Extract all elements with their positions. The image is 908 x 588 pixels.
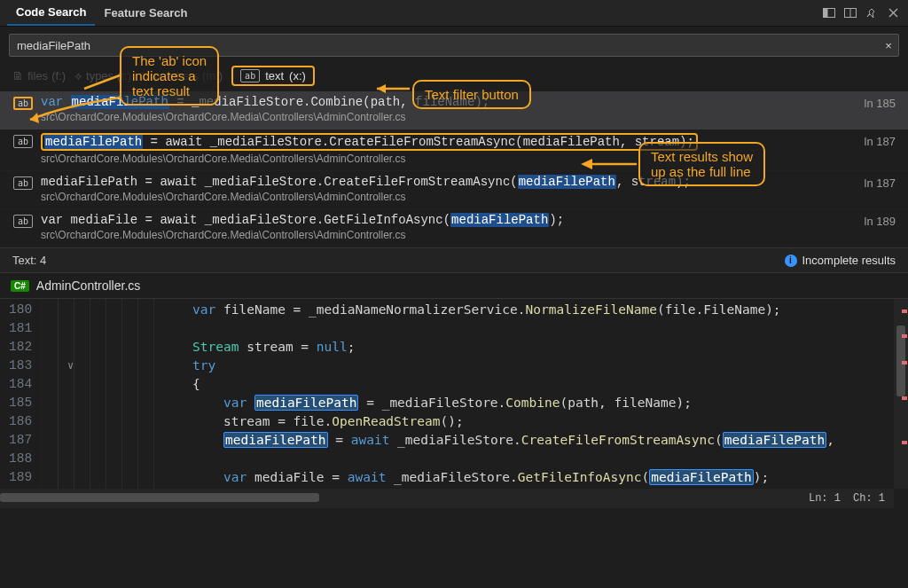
result-line: ln 189 (842, 213, 896, 228)
incomplete-results[interactable]: i Incomplete results (785, 254, 896, 267)
ab-icon: ab (13, 176, 33, 190)
filter-files-shortcut: (f:) (51, 69, 66, 82)
horizontal-scrollbar[interactable]: Ln: 1 Ch: 1 (0, 489, 894, 508)
text-count: Text: 4 (12, 254, 46, 267)
line-gutter: 180181182183184185186187188189190 (0, 299, 42, 508)
ab-icon: ab (240, 69, 260, 82)
ab-icon: ab (13, 97, 33, 110)
filter-text-shortcut: (x:) (289, 69, 306, 82)
editor-header: C# AdminController.cs (0, 273, 908, 299)
ab-icon: ab (13, 135, 33, 148)
status-line: Ln: 1 (809, 490, 841, 508)
type-icon: ⟡ (74, 69, 82, 83)
info-icon: i (785, 255, 797, 267)
result-path: src\OrchardCore.Modules\OrchardCore.Medi… (41, 111, 835, 123)
search-tabs: Code Search Feature Search (0, 0, 908, 27)
tab-feature-search[interactable]: Feature Search (95, 1, 196, 25)
dock-left-icon[interactable] (821, 7, 837, 20)
result-path: src\OrchardCore.Modules\OrchardCore.Medi… (41, 191, 835, 203)
dock-split-icon[interactable] (842, 7, 858, 20)
tab-code-search[interactable]: Code Search (7, 0, 95, 26)
svg-rect-1 (824, 9, 828, 18)
search-result[interactable]: ab var mediaFile = await _mediaFileStore… (0, 209, 908, 247)
close-panel-icon[interactable] (885, 7, 901, 20)
result-path: src\OrchardCore.Modules\OrchardCore.Medi… (41, 229, 835, 241)
search-result[interactable]: ab mediaFilePath = await _mediaFileStore… (0, 171, 908, 209)
filter-files-label: files (27, 69, 48, 82)
result-line: ln 185 (842, 95, 896, 110)
file-icon: 🗎 (12, 69, 24, 82)
editor-code[interactable]: var fileName = _mediaNameNormalizerServi… (192, 299, 908, 508)
search-result[interactable]: ab mediaFilePath = await _mediaFileStore… (0, 129, 908, 171)
pin-icon[interactable] (864, 7, 880, 20)
vertical-scrollbar[interactable] (894, 299, 908, 489)
filter-text[interactable]: ab text (x:) (231, 66, 315, 86)
clear-search-icon[interactable]: × (879, 39, 898, 52)
annotation-text-filter: Text filter button (412, 80, 531, 109)
results-summary: Text: 4 i Incomplete results (0, 247, 908, 273)
fold-chevron-icon[interactable]: ∨ (67, 357, 74, 376)
annotation-full-line: Text results show up as the full line (638, 142, 765, 186)
indent-guides (42, 299, 192, 508)
annotation-ab-icon: The 'ab' icon indicates a text result (120, 46, 219, 106)
scroll-marker (902, 441, 907, 444)
result-line: ln 187 (842, 175, 896, 190)
result-line: ln 187 (842, 133, 896, 148)
filter-types-label: types (86, 69, 114, 82)
scroll-thumb[interactable] (0, 493, 319, 502)
ab-icon: ab (13, 215, 33, 228)
scroll-marker (902, 396, 907, 400)
filter-files[interactable]: 🗎 files (f:) (12, 69, 66, 82)
filter-text-label: text (265, 69, 284, 82)
editor-preview: 180181182183184185186187188189190 ∨ var … (0, 299, 908, 508)
result-code: var mediaFile = await _mediaFileStore.Ge… (41, 213, 835, 227)
csharp-badge-icon: C# (11, 280, 29, 292)
scroll-marker (902, 361, 907, 365)
scroll-marker (902, 334, 907, 338)
scroll-marker (902, 310, 907, 313)
editor-filename: AdminController.cs (36, 278, 141, 293)
incomplete-label: Incomplete results (802, 254, 896, 267)
results-list: ab var mediaFilePath = _mediaFileStore.C… (0, 91, 908, 247)
status-col: Ch: 1 (853, 490, 885, 508)
